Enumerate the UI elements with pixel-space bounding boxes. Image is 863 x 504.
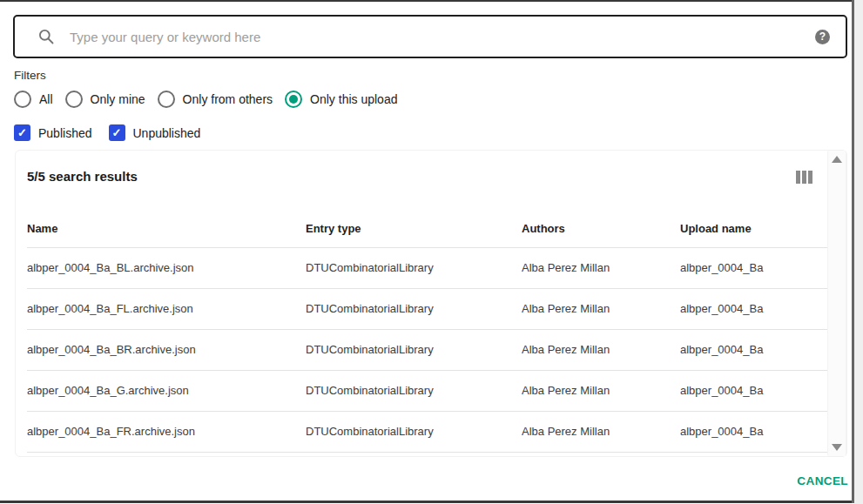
cell-authors: Alba Perez Millan bbox=[522, 288, 680, 329]
cell-authors: Alba Perez Millan bbox=[522, 247, 680, 288]
column-header-name: Name bbox=[27, 210, 306, 247]
cell-entry-type: DTUCombinatorialLibrary bbox=[306, 329, 522, 370]
cell-entry-type: DTUCombinatorialLibrary bbox=[306, 411, 522, 452]
cell-upload-name: albper_0004_Ba bbox=[680, 288, 828, 329]
table-row[interactable]: albper_0004_Ba_G.archive.jsonDTUCombinat… bbox=[27, 370, 828, 411]
help-icon[interactable]: ? bbox=[815, 30, 830, 44]
scrollbar[interactable] bbox=[827, 151, 846, 456]
results-table: NameEntry typeAuthorsUpload name albper_… bbox=[27, 210, 828, 453]
cell-authors: Alba Perez Millan bbox=[522, 411, 680, 452]
cell-authors: Alba Perez Millan bbox=[522, 329, 680, 370]
search-input[interactable] bbox=[70, 30, 815, 44]
radio-icon bbox=[65, 91, 83, 108]
cell-name: albper_0004_Ba_BL.archive.json bbox=[27, 247, 306, 288]
cell-entry-type: DTUCombinatorialLibrary bbox=[306, 288, 522, 329]
radio-icon bbox=[285, 91, 302, 108]
radio-group: AllOnly mineOnly from othersOnly this up… bbox=[14, 91, 397, 108]
table-row[interactable]: albper_0004_Ba_FL.archive.jsonDTUCombina… bbox=[27, 288, 828, 329]
table-header-row: NameEntry typeAuthorsUpload name bbox=[27, 210, 828, 247]
table-body: albper_0004_Ba_BL.archive.jsonDTUCombina… bbox=[27, 247, 828, 452]
search-box: ? bbox=[13, 15, 847, 58]
radio-label: Only this upload bbox=[310, 92, 397, 106]
dialog-outside-area bbox=[854, 0, 863, 504]
checkbox-icon: ✓ bbox=[109, 124, 125, 141]
checkbox-label: Published bbox=[38, 126, 92, 140]
results-summary: 5/5 search results bbox=[27, 169, 138, 184]
cell-name: albper_0004_Ba_FL.archive.json bbox=[27, 288, 306, 329]
column-header-upload-name: Upload name bbox=[680, 210, 828, 247]
dialog-bottom-edge bbox=[0, 501, 854, 503]
column-bar bbox=[796, 171, 800, 184]
column-header-authors: Authors bbox=[522, 210, 680, 247]
search-icon bbox=[37, 28, 55, 45]
cell-entry-type: DTUCombinatorialLibrary bbox=[306, 247, 522, 288]
checkbox-option-unpublished[interactable]: ✓Unpublished bbox=[109, 124, 201, 141]
table-row[interactable]: albper_0004_Ba_BR.archive.jsonDTUCombina… bbox=[27, 329, 828, 370]
scroll-down-icon[interactable] bbox=[832, 444, 842, 451]
radio-icon bbox=[158, 91, 175, 108]
checkbox-option-published[interactable]: ✓Published bbox=[14, 124, 92, 141]
cell-upload-name: albper_0004_Ba bbox=[680, 411, 828, 452]
radio-option-only-from-others[interactable]: Only from others bbox=[158, 91, 273, 108]
cell-name: albper_0004_Ba_BR.archive.json bbox=[27, 329, 306, 370]
table-row[interactable]: albper_0004_Ba_FR.archive.jsonDTUCombina… bbox=[27, 411, 828, 452]
search-dialog: ? Filters AllOnly mineOnly from othersOn… bbox=[0, 0, 863, 504]
cell-entry-type: DTUCombinatorialLibrary bbox=[306, 370, 522, 411]
radio-label: Only from others bbox=[183, 92, 273, 106]
cell-authors: Alba Perez Millan bbox=[522, 370, 680, 411]
radio-label: Only mine bbox=[91, 92, 145, 106]
cell-upload-name: albper_0004_Ba bbox=[680, 370, 828, 411]
column-header-entry-type: Entry type bbox=[306, 210, 522, 247]
cell-upload-name: albper_0004_Ba bbox=[680, 247, 828, 288]
column-settings-icon[interactable] bbox=[795, 170, 813, 185]
cell-name: albper_0004_Ba_FR.archive.json bbox=[27, 411, 306, 452]
checkbox-label: Unpublished bbox=[133, 126, 201, 140]
scroll-up-icon[interactable] bbox=[832, 156, 842, 163]
checkbox-group: ✓Published✓Unpublished bbox=[14, 124, 200, 141]
column-bar bbox=[808, 171, 812, 184]
filters-label: Filters bbox=[14, 69, 46, 82]
results-panel: 5/5 search results NameEntry typeAuthors… bbox=[15, 150, 847, 457]
cell-upload-name: albper_0004_Ba bbox=[680, 329, 828, 370]
table-row[interactable]: albper_0004_Ba_BL.archive.jsonDTUCombina… bbox=[27, 247, 828, 288]
radio-option-only-this-upload[interactable]: Only this upload bbox=[285, 91, 397, 108]
radio-icon bbox=[14, 91, 31, 108]
radio-option-all[interactable]: All bbox=[14, 91, 53, 108]
radio-label: All bbox=[39, 92, 53, 106]
column-bar bbox=[802, 171, 806, 184]
cell-name: albper_0004_Ba_G.archive.json bbox=[27, 370, 306, 411]
dialog-top-edge bbox=[0, 0, 854, 2]
radio-option-only-mine[interactable]: Only mine bbox=[65, 91, 145, 108]
checkbox-icon: ✓ bbox=[14, 124, 30, 141]
cancel-button[interactable]: CANCEL bbox=[797, 474, 848, 487]
radio-dot bbox=[289, 95, 298, 104]
